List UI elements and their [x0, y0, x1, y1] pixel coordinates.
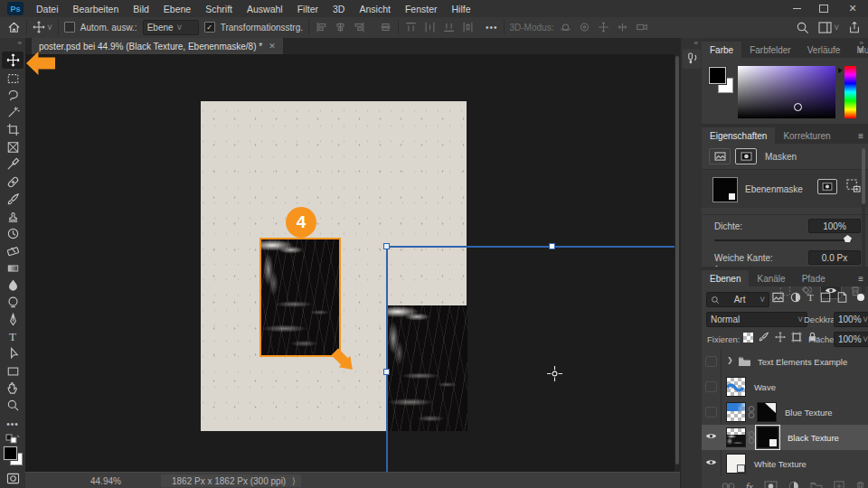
- tool-frame[interactable]: [2, 138, 24, 155]
- foreground-color-swatch[interactable]: [709, 67, 726, 84]
- layer-filter-toggle[interactable]: [857, 294, 864, 301]
- layer-row-text-elements-example[interactable]: ❯ Text Elements Example: [702, 349, 868, 374]
- tool-path-selection[interactable]: [2, 345, 24, 362]
- menu-fenster[interactable]: Fenster: [398, 4, 445, 14]
- window-maximize-button[interactable]: [810, 0, 837, 17]
- transform-left-middle-handle[interactable]: [383, 369, 390, 375]
- transform-controls-checkbox[interactable]: ✓: [204, 22, 215, 33]
- auto-select-dropdown[interactable]: Ebene˅: [143, 20, 199, 35]
- density-slider[interactable]: [714, 239, 852, 241]
- scrollbar-thumb[interactable]: [675, 56, 679, 465]
- lock-position-icon[interactable]: [775, 332, 786, 343]
- lock-image-pixels-icon[interactable]: [759, 332, 769, 343]
- tab-eigenschaften[interactable]: Eigenschaften: [702, 127, 775, 144]
- layer-thumbnail[interactable]: [726, 454, 746, 474]
- mask-properties-button[interactable]: [735, 148, 757, 164]
- tool-pen[interactable]: [2, 311, 24, 328]
- filter-adjustment-layers-icon[interactable]: [790, 292, 801, 303]
- tab-ebenen[interactable]: Ebenen: [702, 270, 749, 286]
- tab-farbfelder[interactable]: Farbfelder: [741, 42, 799, 58]
- mask-thumbnail-button[interactable]: [817, 179, 837, 194]
- more-options-button[interactable]: •••: [486, 23, 498, 33]
- tool-brush[interactable]: [2, 191, 24, 208]
- transform-corner-handle[interactable]: [383, 243, 390, 249]
- hue-slider[interactable]: [844, 66, 856, 118]
- tool-preset-move[interactable]: ˅: [33, 21, 52, 33]
- pixel-layer-properties-button[interactable]: [709, 148, 731, 164]
- status-popup-chevron[interactable]: ⟩: [292, 476, 296, 486]
- hue-slider-marker[interactable]: [838, 68, 843, 73]
- visibility-toggle-on[interactable]: [705, 432, 717, 443]
- tool-crop[interactable]: [2, 121, 24, 138]
- visibility-toggle-on[interactable]: [705, 458, 717, 469]
- menu-bild[interactable]: Bild: [126, 4, 156, 14]
- transform-box-left-edge[interactable]: [386, 246, 388, 472]
- menu-ansicht[interactable]: Ansicht: [352, 4, 397, 14]
- color-field[interactable]: [738, 66, 835, 118]
- document-tab[interactable]: poster.psd bei 44.9% (Black Texture, Ebe…: [32, 38, 283, 54]
- align-left-edges-icon[interactable]: [315, 21, 328, 33]
- tab-verlaeufe[interactable]: Verläufe: [799, 42, 849, 58]
- canvas-area[interactable]: 4: [25, 54, 675, 472]
- tool-blur[interactable]: [2, 277, 24, 294]
- align-horizontal-centers-icon[interactable]: [334, 21, 347, 33]
- menu-bearbeiten[interactable]: Bearbeiten: [66, 4, 127, 14]
- group-expand-chevron[interactable]: ❯: [727, 356, 733, 364]
- window-close-button[interactable]: ✕: [837, 0, 868, 17]
- layer-mask-thumbnail-selected[interactable]: [757, 427, 778, 448]
- workspace-switcher[interactable]: ˅: [818, 22, 839, 33]
- black-texture-selected[interactable]: [259, 238, 341, 357]
- tool-gradient[interactable]: [2, 259, 24, 277]
- layer-style-fx-icon[interactable]: fx: [746, 481, 753, 488]
- tool-zoom[interactable]: [2, 397, 24, 414]
- menu-auswahl[interactable]: Auswahl: [240, 4, 290, 14]
- tool-type[interactable]: T: [2, 328, 24, 345]
- tab-farbe[interactable]: Farbe: [702, 42, 741, 58]
- distribute-bottom-icon[interactable]: [442, 21, 456, 33]
- menu-filter[interactable]: Filter: [290, 4, 326, 14]
- home-icon[interactable]: [7, 21, 21, 34]
- properties-panel-menu-icon[interactable]: ≡: [858, 131, 863, 141]
- layer-row-blue-texture[interactable]: Blue Texture: [702, 399, 868, 425]
- lock-transparent-pixels-icon[interactable]: [743, 333, 753, 343]
- tool-dodge[interactable]: [2, 294, 24, 311]
- fill-dropdown[interactable]: 100%˅: [834, 332, 868, 347]
- align-vertical-centers-icon[interactable]: [379, 21, 392, 33]
- tab-korrekturen[interactable]: Korrekturen: [775, 127, 838, 144]
- default-swatches-icon[interactable]: [5, 434, 20, 445]
- visibility-toggle-off[interactable]: [705, 356, 717, 367]
- layer-mask-thumbnail[interactable]: [712, 177, 738, 202]
- foreground-color-swatch[interactable]: [4, 446, 17, 460]
- layer-thumbnail[interactable]: [726, 377, 746, 397]
- blend-mode-dropdown[interactable]: Normal ˅: [706, 312, 807, 327]
- tool-eraser[interactable]: [2, 242, 24, 259]
- distribute-spacing-icon[interactable]: [461, 21, 475, 33]
- tool-eyedropper[interactable]: [2, 155, 24, 173]
- filter-shape-layers-icon[interactable]: [820, 292, 831, 303]
- zoom-level-field[interactable]: 44.94%: [90, 476, 145, 486]
- layer-row-black-texture[interactable]: Black Texture: [702, 425, 868, 450]
- opacity-dropdown[interactable]: 100%˅: [834, 312, 868, 327]
- layers-panel-menu-icon[interactable]: ≡: [858, 274, 863, 284]
- tool-rectangle[interactable]: [2, 362, 24, 380]
- search-icon[interactable]: [796, 21, 809, 34]
- auto-select-checkbox[interactable]: [64, 22, 75, 33]
- tool-edit-toolbar[interactable]: •••: [2, 416, 24, 433]
- expand-dock-chevrons[interactable]: «: [694, 39, 698, 47]
- tab-pfade[interactable]: Pfade: [794, 270, 834, 286]
- layer-thumbnail[interactable]: [726, 427, 746, 447]
- filter-smart-objects-icon[interactable]: [837, 292, 847, 303]
- align-right-edges-icon[interactable]: [353, 21, 366, 33]
- tab-kanaele[interactable]: Kanäle: [749, 270, 793, 286]
- distribute-top-icon[interactable]: [404, 21, 418, 33]
- layer-filter-type-dropdown[interactable]: Art ˅: [706, 292, 769, 307]
- brushes-panel-button[interactable]: [683, 49, 701, 69]
- layer-mask-row[interactable]: Ebenenmaske: [702, 170, 868, 208]
- transform-box-top-edge[interactable]: [386, 246, 675, 248]
- color-panel-menu-icon[interactable]: ≡: [858, 45, 863, 55]
- feather-value-field[interactable]: 0.0 Px: [808, 250, 861, 265]
- collapse-toolbar-chevrons[interactable]: »: [18, 39, 22, 47]
- tool-object-selection[interactable]: [2, 104, 24, 121]
- quick-mask-button[interactable]: [2, 470, 24, 487]
- menu-schrift[interactable]: Schrift: [198, 4, 240, 14]
